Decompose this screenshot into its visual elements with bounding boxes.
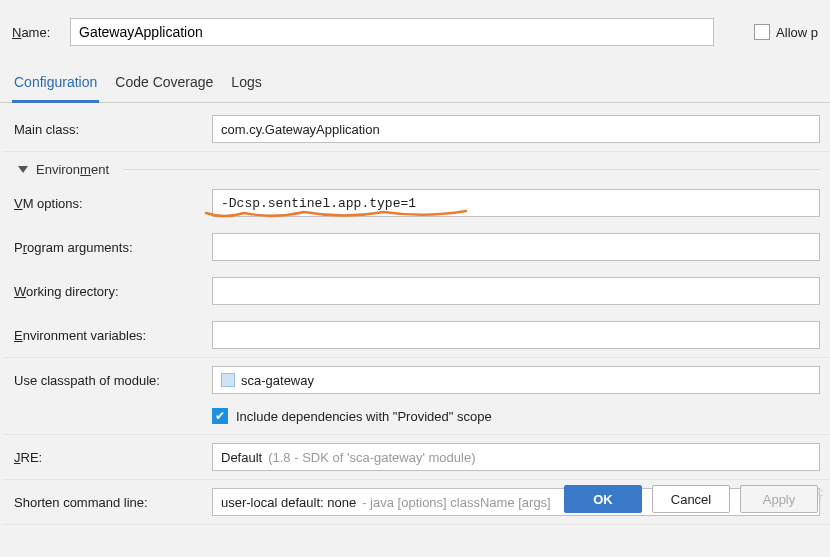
classpath-module-value: sca-gateway xyxy=(241,373,314,388)
jre-label: JRE: xyxy=(14,450,204,465)
shorten-label: Shorten command line: xyxy=(14,495,204,510)
name-input[interactable] xyxy=(70,18,714,46)
main-class-label: Main class: xyxy=(14,122,204,137)
allow-checkbox[interactable] xyxy=(754,24,770,40)
tab-configuration[interactable]: Configuration xyxy=(12,68,99,103)
working-directory-label: Working directory: xyxy=(14,284,204,299)
name-label: Name: xyxy=(12,25,60,40)
env-vars-label: Environment variables: xyxy=(14,328,204,343)
classpath-module-select[interactable]: sca-gateway xyxy=(212,366,820,394)
cancel-button[interactable]: Cancel xyxy=(652,485,730,513)
include-provided-checkbox[interactable]: ✔ xyxy=(212,408,228,424)
jre-hint: (1.8 - SDK of 'sca-gateway' module) xyxy=(268,450,475,465)
module-icon xyxy=(221,373,235,387)
env-vars-input[interactable] xyxy=(212,321,820,349)
jre-value: Default xyxy=(221,450,262,465)
vm-options-label: VM options: xyxy=(14,196,204,211)
tab-logs[interactable]: Logs xyxy=(229,68,263,102)
program-arguments-input[interactable] xyxy=(212,233,820,261)
jre-select[interactable]: Default (1.8 - SDK of 'sca-gateway' modu… xyxy=(212,443,820,471)
vm-options-input[interactable] xyxy=(212,189,820,217)
chevron-down-icon xyxy=(18,166,28,173)
main-class-input[interactable] xyxy=(212,115,820,143)
environment-section-header[interactable]: Environment xyxy=(4,152,830,181)
tab-code-coverage[interactable]: Code Coverage xyxy=(113,68,215,102)
ok-button[interactable]: OK xyxy=(564,485,642,513)
apply-button[interactable]: Apply xyxy=(740,485,818,513)
allow-label: Allow p xyxy=(776,25,818,40)
working-directory-input[interactable] xyxy=(212,277,820,305)
shorten-hint: - java [options] className [args] xyxy=(362,495,551,510)
classpath-label: Use classpath of module: xyxy=(14,373,204,388)
program-arguments-label: Program arguments: xyxy=(14,240,204,255)
include-provided-label: Include dependencies with "Provided" sco… xyxy=(236,409,492,424)
shorten-value: user-local default: none xyxy=(221,495,356,510)
